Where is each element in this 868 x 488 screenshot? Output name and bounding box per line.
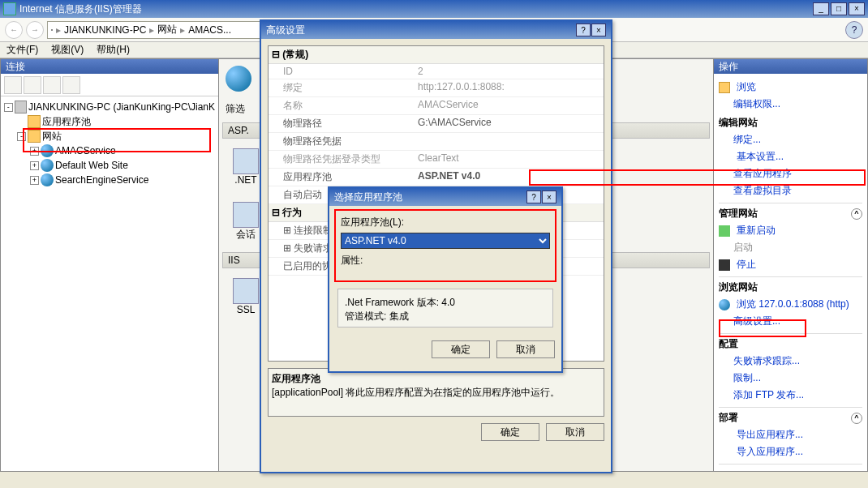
pg-pool-val[interactable]: ASP.NET v4.0 xyxy=(415,169,604,186)
actions-header: 操作 xyxy=(714,59,867,74)
dlg1-titlebar: 高级设置 ?× xyxy=(261,21,611,39)
collapse-icon[interactable]: ^ xyxy=(851,208,862,220)
dlg2-cancel[interactable]: 取消 xyxy=(496,340,555,358)
iis-icon xyxy=(3,2,16,15)
window-title: Internet 信息服务(IIS)管理器 xyxy=(19,2,142,16)
globe-icon xyxy=(41,173,54,186)
settings-icon xyxy=(719,152,730,163)
select-apppool-dialog: 选择应用程序池 ?× 应用程序池(L): ASP.NET v4.0 属性: .N… xyxy=(328,186,563,373)
pg-credtype-key: 物理路径凭据登录类型 xyxy=(269,151,415,168)
filter-label: 筛选 xyxy=(226,102,245,116)
dlg2-close[interactable]: × xyxy=(542,190,556,203)
restart-icon xyxy=(719,225,730,237)
collapse-icon[interactable]: ^ xyxy=(851,413,862,424)
globe-icon xyxy=(719,299,730,310)
action-browseurl[interactable]: 浏览 127.0.0.1:8088 (http) xyxy=(719,296,862,313)
help-button[interactable]: ? xyxy=(845,21,863,39)
action-addftp[interactable]: 添加 FTP 发布... xyxy=(719,387,862,404)
dlg1-help[interactable]: ? xyxy=(576,24,591,36)
action-import[interactable]: 导入应用程序... xyxy=(719,443,862,460)
pg-id-key: ID xyxy=(269,64,415,79)
crumb-site[interactable]: AMACS... xyxy=(188,24,231,36)
tree-site-default[interactable]: +Default Web Site xyxy=(4,158,215,173)
tb-1[interactable] xyxy=(4,76,22,94)
globe-icon xyxy=(41,159,54,172)
nav-back[interactable]: ← xyxy=(5,21,23,39)
group-managesite: 管理网站^ xyxy=(719,207,862,220)
action-viewdir[interactable]: 查看虚拟目录 xyxy=(719,182,862,199)
menu-help[interactable]: 帮助(H) xyxy=(97,43,130,57)
crumb-sites[interactable]: 网站 xyxy=(157,23,177,36)
menu-view[interactable]: 视图(V) xyxy=(51,43,84,57)
group-deploy: 部署^ xyxy=(719,411,862,425)
pg-name-key: 名称 xyxy=(269,97,415,114)
server-icon xyxy=(15,101,27,113)
description-box: 应用程序池 [applicationPool] 将此应用程序配置为在指定的应用程… xyxy=(268,368,604,417)
action-bindings[interactable]: 绑定... xyxy=(719,131,862,148)
action-browse[interactable]: 浏览 xyxy=(719,79,862,96)
pg-bind-val[interactable]: http:127.0.0.1:8088: xyxy=(415,79,604,96)
pg-path-key: 物理路径 xyxy=(269,115,415,132)
action-export[interactable]: 导出应用程序... xyxy=(719,426,862,443)
pg-cat-general[interactable]: ⊟ (常规) xyxy=(269,46,604,64)
action-editperm[interactable]: 编辑权限... xyxy=(719,96,862,113)
pg-cred-key: 物理路径凭据 xyxy=(269,133,415,150)
desc-title: 应用程序池 xyxy=(272,372,600,386)
action-failtrace[interactable]: 失败请求跟踪... xyxy=(719,353,862,370)
crumb-server[interactable]: JIANKUNKING-PC xyxy=(64,24,146,36)
pg-path-val[interactable]: G:\AMACService xyxy=(415,115,604,132)
folder-icon xyxy=(28,115,41,128)
site-icon xyxy=(226,66,251,92)
pg-id-val[interactable]: 2 xyxy=(415,64,604,79)
connections-toolbar xyxy=(1,74,218,96)
pg-credtype-val[interactable]: ClearText xyxy=(415,151,604,168)
dlg2-attr: 属性: xyxy=(341,254,550,268)
action-restart[interactable]: 重新启动 xyxy=(719,222,862,239)
titlebar: Internet 信息服务(IIS)管理器 _ □ × xyxy=(0,0,868,18)
group-editsite: 编辑网站 xyxy=(719,116,862,130)
dlg2-fw: .Net Framework 版本: 4.0 xyxy=(345,296,546,310)
nav-fwd[interactable]: → xyxy=(26,21,44,39)
action-stop[interactable]: 停止 xyxy=(719,256,862,273)
pg-name-val[interactable]: AMACService xyxy=(415,97,604,114)
server-icon xyxy=(51,29,53,31)
dlg1-cancel[interactable]: 取消 xyxy=(546,423,604,441)
pg-cred-val[interactable] xyxy=(415,133,604,150)
tree-sites[interactable]: -网站 xyxy=(4,129,215,143)
apppool-select[interactable]: ASP.NET v4.0 xyxy=(341,233,550,249)
dlg1-title: 高级设置 xyxy=(266,24,305,37)
tree-apppool[interactable]: 应用程序池 xyxy=(4,114,215,129)
min-button[interactable]: _ xyxy=(813,2,829,15)
dlg2-mode: 管道模式: 集成 xyxy=(345,310,546,323)
dlg2-info: .Net Framework 版本: 4.0 管道模式: 集成 xyxy=(337,289,553,327)
menu-file[interactable]: 文件(F) xyxy=(6,43,38,57)
connections-header: 连接 xyxy=(1,59,218,74)
pg-bind-key: 绑定 xyxy=(269,79,415,96)
max-button[interactable]: □ xyxy=(831,2,847,15)
pg-pool-key: 应用程序池 xyxy=(269,169,415,186)
dlg1-ok[interactable]: 确定 xyxy=(481,423,539,441)
group-config: 配置 xyxy=(719,337,862,351)
tb-4[interactable] xyxy=(62,76,80,94)
dlg2-title: 选择应用程序池 xyxy=(334,190,402,204)
dlg2-highlight: 应用程序池(L): ASP.NET v4.0 属性: xyxy=(334,209,556,282)
action-viewapp[interactable]: 查看应用程序 xyxy=(719,165,862,182)
action-basics[interactable]: 基本设置... xyxy=(719,148,862,165)
stop-icon xyxy=(719,259,730,271)
close-button[interactable]: × xyxy=(849,2,865,15)
tb-3[interactable] xyxy=(43,76,61,94)
dlg2-help[interactable]: ? xyxy=(526,190,541,203)
tree-site-search[interactable]: +SearchEngineService xyxy=(4,173,215,187)
tree-site-amac[interactable]: +AMACService xyxy=(4,143,215,158)
connections-tree: -JIANKUNKING-PC (JianKunKing-PC\JianK 应用… xyxy=(1,96,218,471)
dlg1-close[interactable]: × xyxy=(591,24,606,36)
action-start: 启动 xyxy=(719,239,862,256)
tb-2[interactable] xyxy=(24,76,41,94)
dlg2-ok[interactable]: 确定 xyxy=(432,340,490,358)
desc-body: [applicationPool] 将此应用程序配置为在指定的应用程序池中运行。 xyxy=(272,387,560,398)
folder-icon xyxy=(28,130,41,143)
action-limits[interactable]: 限制... xyxy=(719,370,862,387)
connections-panel: 连接 -JIANKUNKING-PC (JianKunKing-PC\JianK… xyxy=(0,58,219,472)
action-advanced[interactable]: 高级设置... xyxy=(719,313,862,330)
tree-root[interactable]: -JIANKUNKING-PC (JianKunKing-PC\JianK xyxy=(4,100,215,114)
